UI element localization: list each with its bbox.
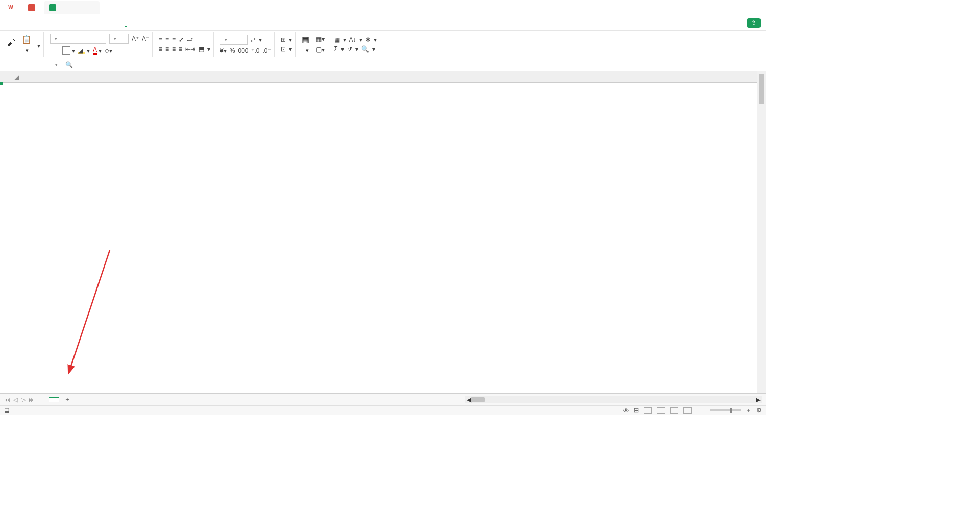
number-format-select[interactable]: ▾: [220, 35, 248, 45]
tab-view[interactable]: [192, 20, 194, 26]
titlebar: W: [0, 0, 766, 15]
tab-review[interactable]: [181, 20, 183, 26]
selection-indicator: [0, 83, 2, 85]
zoom-slider[interactable]: [710, 409, 741, 411]
tab-page[interactable]: [147, 20, 149, 26]
font-color-button[interactable]: A▾: [93, 46, 102, 55]
align-right-button[interactable]: ≡: [172, 45, 176, 53]
status-icon[interactable]: ⬓: [4, 407, 9, 414]
spreadsheet-grid[interactable]: ◢: [0, 71, 757, 393]
percent-button[interactable]: %: [230, 47, 235, 54]
tab-smart[interactable]: [237, 20, 239, 26]
decrease-font-button[interactable]: A⁻: [142, 35, 149, 42]
worksheet-button[interactable]: ⊡ ▾: [281, 45, 292, 53]
indent-button[interactable]: ⇤⇥: [185, 45, 195, 53]
vertical-scrollbar[interactable]: [757, 71, 766, 393]
tab-data[interactable]: [169, 20, 172, 26]
template-icon: [28, 4, 35, 11]
sheet-tab-1[interactable]: [49, 397, 59, 402]
ribbon: 🖌 📋 ▾ ▾ ▾ ▾ A⁺ A⁻ ▾ ◢▾ A▾ ◇▾ ≡: [0, 31, 766, 58]
add-sheet-button[interactable]: ＋: [59, 393, 76, 406]
cell-style-button[interactable]: ▢▾: [316, 46, 325, 53]
cube-icon[interactable]: [690, 4, 698, 12]
view3-icon[interactable]: [670, 407, 678, 414]
decimal-inc-button[interactable]: ⁺.0: [251, 47, 259, 54]
view2-icon[interactable]: [657, 407, 665, 414]
tab-efficiency[interactable]: [226, 20, 228, 26]
condfmt-button[interactable]: ▦▾: [302, 35, 313, 54]
filter-button[interactable]: ⧩ ▾: [347, 45, 358, 53]
close-window-icon[interactable]: [751, 4, 760, 12]
tab-tools[interactable]: [203, 20, 205, 26]
tab-formula[interactable]: [158, 20, 160, 26]
menubar: ⇪: [0, 15, 766, 31]
view1-icon[interactable]: [644, 407, 652, 414]
prev-sheet-icon[interactable]: ◁: [13, 396, 18, 403]
fill-color-button[interactable]: ◢▾: [78, 47, 90, 54]
formula-bar: ▾ 🔍: [0, 58, 766, 71]
eye-icon[interactable]: 👁: [623, 407, 629, 414]
sheet-nav: ⏮ ◁ ▷ ⏭: [0, 396, 39, 403]
font-name-select[interactable]: ▾: [50, 34, 106, 44]
grid-icon[interactable]: ⊞: [634, 407, 639, 414]
zoom-fx-icon[interactable]: 🔍: [65, 61, 73, 68]
spreadsheet-icon: [49, 4, 56, 11]
ribbon-tabs: [116, 19, 254, 27]
tab-start[interactable]: [125, 19, 127, 27]
horizontal-scrollbar[interactable]: ◀▶: [465, 396, 762, 403]
currency-button[interactable]: ¥▾: [220, 47, 227, 54]
settings-icon[interactable]: ⚙: [756, 407, 762, 414]
wrap-button[interactable]: ⮐: [187, 36, 194, 43]
border-button[interactable]: ▾: [62, 46, 75, 55]
align-top-button[interactable]: ≡: [159, 36, 162, 43]
sum-button[interactable]: Σ ▾: [334, 45, 344, 53]
table-style-button[interactable]: ▦▾: [316, 36, 325, 43]
sort-button[interactable]: A↓ ▾: [349, 36, 362, 43]
align-center-button[interactable]: ≡: [165, 45, 169, 53]
freeze-button[interactable]: ❄ ▾: [365, 36, 377, 43]
align-middle-button[interactable]: ≡: [165, 36, 169, 43]
align-bottom-button[interactable]: ≡: [172, 36, 176, 43]
app-tab[interactable]: W: [0, 1, 22, 14]
comma-button[interactable]: 000: [238, 47, 248, 54]
tab-document[interactable]: [44, 1, 100, 14]
rowcol-button[interactable]: ⊞ ▾: [281, 36, 292, 43]
user-icon[interactable]: [705, 4, 714, 12]
clear-format-button[interactable]: ◇▾: [105, 47, 112, 54]
orientation-button[interactable]: ⤢: [179, 36, 184, 43]
maximize-icon[interactable]: [736, 4, 744, 12]
merge-button[interactable]: ⬒ ▾: [199, 45, 210, 53]
minimize-icon[interactable]: [721, 4, 729, 12]
tab-insert[interactable]: [136, 20, 138, 26]
select-all-corner[interactable]: ◢: [0, 71, 21, 82]
last-sheet-icon[interactable]: ⏭: [29, 396, 35, 403]
align-left-button[interactable]: ≡: [159, 45, 162, 53]
chevron-down-icon[interactable]: ▾: [55, 62, 58, 67]
first-sheet-icon[interactable]: ⏮: [4, 396, 10, 403]
tab-member[interactable]: [214, 20, 216, 26]
view4-icon[interactable]: [683, 407, 692, 414]
align-justify-button[interactable]: ≡: [179, 45, 182, 53]
annotation-arrow: [61, 245, 122, 378]
font-size-select[interactable]: ▾: [109, 34, 129, 44]
paste-button[interactable]: 📋 ▾: [21, 35, 33, 54]
name-box[interactable]: ▾: [0, 58, 61, 71]
search-icon[interactable]: [252, 20, 254, 26]
menubar-right: ⇪: [742, 18, 766, 28]
layout-icon[interactable]: [675, 4, 683, 12]
zoom-in-icon[interactable]: ＋: [746, 406, 751, 414]
decimal-dec-button[interactable]: .0⁻: [263, 47, 271, 54]
copy-button[interactable]: ▾: [36, 42, 40, 50]
convert-button[interactable]: ⇄ ▾: [251, 36, 262, 43]
format-brush-button[interactable]: 🖌: [7, 38, 18, 51]
increase-font-button[interactable]: A⁺: [132, 35, 139, 42]
fill-button[interactable]: ▦ ▾: [334, 36, 346, 43]
svg-line-0: [70, 250, 110, 368]
share-button[interactable]: ⇪: [747, 18, 761, 28]
sheet-tab-2[interactable]: [39, 398, 49, 402]
find-button[interactable]: 🔍 ▾: [361, 45, 375, 53]
next-sheet-icon[interactable]: ▷: [21, 396, 26, 403]
zoom-out-icon[interactable]: −: [702, 407, 705, 414]
status-bar: ⬓ 👁 ⊞ − ＋ ⚙: [0, 405, 766, 415]
tab-templates[interactable]: [23, 1, 43, 14]
